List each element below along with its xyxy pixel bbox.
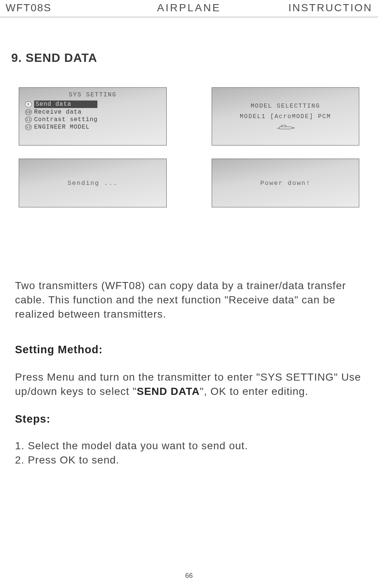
menu-num-icon: 11 [25,117,32,123]
setting-text-post: ", OK to enter editing. [200,386,308,397]
model-selecting-title: MODEL SELECTTING [251,103,320,110]
setting-text-bold: SEND DATA [137,386,200,397]
lcd-screens-grid: SYS SETTING 9 Send data 10 Receive data … [15,87,363,207]
lcd-sys-setting: SYS SETTING 9 Send data 10 Receive data … [19,87,167,146]
setting-method-text: Press Menu and turn on the transmitter t… [15,370,363,399]
lcd-sending: Sending ... [19,159,167,207]
menu-item-receive-data: 10 Receive data [25,109,160,116]
setting-method-heading: Setting Method: [15,344,363,356]
menu-item-send-data: 9 Send data [25,100,160,108]
menu-item-contrast: 11 Contrast setting [25,116,160,123]
page-header: WFT08S AIRPLANE INSTRUCTION [0,0,378,17]
menu-label: Receive data [34,109,82,116]
intro-paragraph: Two transmitters (WFT08) can copy data b… [15,279,363,321]
steps-heading: Steps: [15,413,363,425]
model-selecting-line: MODEL1 [AcroMODE] PCM [240,113,331,120]
menu-num-icon: 9 [25,101,32,107]
header-category: AIRPLANE [128,2,250,14]
lcd-model-selecting: MODEL SELECTTING MODEL1 [AcroMODE] PCM [212,87,360,146]
step-2: 2. Press OK to send. [15,453,363,467]
menu-label: Send data [34,100,97,108]
power-down-message: Power down! [218,163,353,203]
sending-message: Sending ... [25,163,160,203]
menu-num-icon: 12 [25,124,32,130]
menu-num-icon: 10 [25,109,32,115]
menu-label: ENGINEER MODEL [34,124,90,130]
steps-list: 1. Select the model data you want to sen… [15,439,363,467]
menu-item-engineer: 12 ENGINEER MODEL [25,124,160,130]
airplane-icon [276,124,295,130]
sys-setting-title: SYS SETTING [25,92,160,98]
page-number: 66 [0,572,378,580]
section-title: 9. SEND DATA [11,51,363,65]
header-model: WFT08S [6,2,128,14]
step-1: 1. Select the model data you want to sen… [15,439,363,453]
menu-label: Contrast setting [34,116,98,123]
lcd-power-down: Power down! [212,159,360,207]
header-type: INSTRUCTION [250,2,372,14]
